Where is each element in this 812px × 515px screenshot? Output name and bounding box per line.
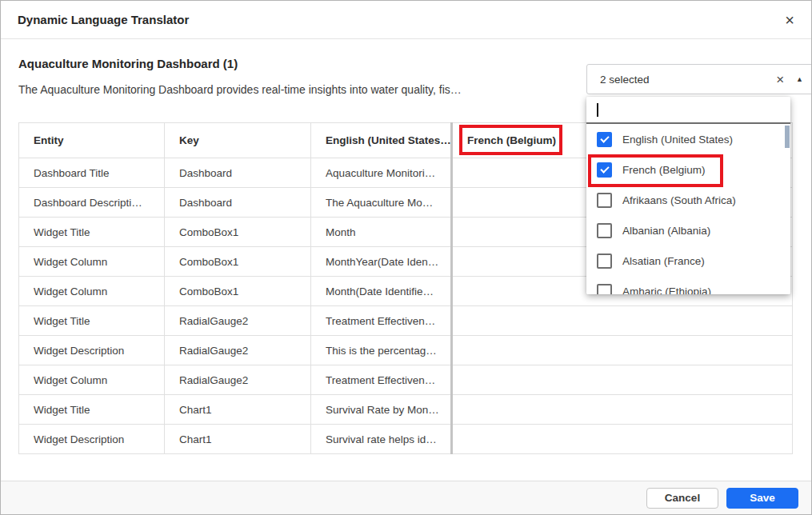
column-header-english-united-states[interactable]: English (United States… — [311, 123, 452, 158]
dashboard-name: Aquaculture Monitoring Dashboard (1) — [18, 57, 238, 70]
language-multiselect[interactable]: 2 selected × ▲ — [586, 64, 812, 94]
checkbox-checked-icon[interactable] — [597, 132, 612, 147]
language-option-label: Alsatian (France) — [622, 255, 705, 267]
table-cell: ComboBox1 — [165, 277, 311, 306]
clear-icon[interactable]: × — [776, 73, 784, 86]
table-cell: RadialGauge2 — [165, 306, 311, 336]
checkbox-checked-icon[interactable] — [597, 162, 612, 178]
close-icon[interactable]: × — [785, 12, 794, 28]
table-cell: Dashboard — [165, 188, 311, 218]
table-cell: RadialGauge2 — [165, 336, 311, 365]
table-row: Widget TitleChart1Survival Rate by Mon… — [19, 395, 793, 425]
dialog-footer: Cancel Save — [1, 481, 811, 514]
language-option-label: Albanian (Albania) — [622, 225, 710, 237]
table-cell: Month(Date Identifie… — [311, 277, 452, 306]
table-row: Widget TitleRadialGauge2Treatment Effect… — [19, 306, 793, 336]
checkbox-unchecked-icon[interactable] — [597, 193, 612, 208]
table-cell: RadialGauge2 — [165, 365, 311, 395]
table-cell: Dashboard Descripti… — [19, 188, 165, 218]
table-cell: Chart1 — [165, 425, 311, 454]
translation-cell[interactable] — [452, 365, 793, 395]
checkbox-unchecked-icon[interactable] — [597, 284, 612, 295]
table-cell: Treatment Effectiven… — [311, 306, 452, 336]
table-cell: Dashboard — [165, 158, 311, 188]
language-options-list: English (United States)French (Belgium)A… — [586, 124, 790, 294]
table-cell: Widget Column — [19, 365, 165, 395]
table-cell: Month — [311, 218, 452, 247]
language-option-albanian-albania[interactable]: Albanian (Albania) — [586, 215, 790, 246]
table-cell: The Aquaculture Mo… — [311, 188, 452, 218]
table-cell: Widget Description — [19, 425, 165, 454]
language-option-label: English (United States) — [622, 134, 733, 146]
table-cell: ComboBox1 — [165, 247, 311, 277]
table-cell: Treatment Effectiven… — [311, 365, 452, 395]
checkbox-unchecked-icon[interactable] — [597, 254, 612, 269]
table-row: Widget DescriptionRadialGauge2This is th… — [19, 336, 793, 365]
table-cell: Widget Title — [19, 218, 165, 247]
language-option-afrikaans-south-africa[interactable]: Afrikaans (South Africa) — [586, 185, 790, 215]
dashboard-description: The Aquaculture Monitoring Dashboard pro… — [18, 83, 462, 96]
table-cell: Survival rate helps id… — [311, 425, 452, 454]
table-cell: Widget Description — [19, 336, 165, 365]
table-cell: ComboBox1 — [165, 218, 311, 247]
table-cell: Dashboard Title — [19, 158, 165, 188]
language-option-label: Amharic (Ethiopia) — [622, 285, 711, 295]
language-option-label: Afrikaans (South Africa) — [622, 194, 736, 206]
language-option-label: French (Belgium) — [622, 164, 706, 176]
table-cell: MonthYear(Date Iden… — [311, 247, 452, 277]
dialog-titlebar: Dynamic Language Translator × — [1, 1, 811, 39]
dropdown-scrollbar[interactable] — [785, 126, 790, 148]
multiselect-value: 2 selected — [600, 74, 776, 86]
table-cell: Aquaculture Monitori… — [311, 158, 452, 188]
dynamic-language-translator-dialog: Dynamic Language Translator × Aquacultur… — [0, 0, 812, 515]
language-option-french-belgium[interactable]: French (Belgium) — [586, 154, 790, 185]
translation-cell[interactable] — [452, 425, 793, 454]
language-dropdown-panel: English (United States)French (Belgium)A… — [586, 97, 790, 294]
chevron-up-icon[interactable]: ▲ — [796, 75, 803, 83]
language-option-alsatian-france[interactable]: Alsatian (France) — [586, 246, 790, 276]
column-header-key[interactable]: Key — [165, 123, 311, 158]
language-search-input[interactable] — [586, 97, 790, 124]
translation-cell[interactable] — [452, 395, 793, 425]
language-option-english-united-states[interactable]: English (United States) — [586, 124, 790, 154]
text-cursor — [597, 103, 598, 117]
dialog-title: Dynamic Language Translator — [18, 13, 189, 26]
table-cell: Chart1 — [165, 395, 311, 425]
checkbox-unchecked-icon[interactable] — [597, 223, 612, 238]
cancel-button[interactable]: Cancel — [646, 488, 718, 509]
save-button[interactable]: Save — [726, 488, 798, 509]
table-cell: Widget Column — [19, 247, 165, 277]
table-cell: Widget Column — [19, 277, 165, 306]
table-cell: Survival Rate by Mon… — [311, 395, 452, 425]
column-header-entity[interactable]: Entity — [19, 123, 165, 158]
table-row: Widget DescriptionChart1Survival rate he… — [19, 425, 793, 454]
table-cell: This is the percentag… — [311, 336, 452, 365]
translation-cell[interactable] — [452, 336, 793, 365]
table-row: Widget ColumnRadialGauge2Treatment Effec… — [19, 365, 793, 395]
table-cell: Widget Title — [19, 306, 165, 336]
table-cell: Widget Title — [19, 395, 165, 425]
translation-cell[interactable] — [452, 306, 793, 336]
language-option-amharic-ethiopia[interactable]: Amharic (Ethiopia) — [586, 276, 790, 294]
